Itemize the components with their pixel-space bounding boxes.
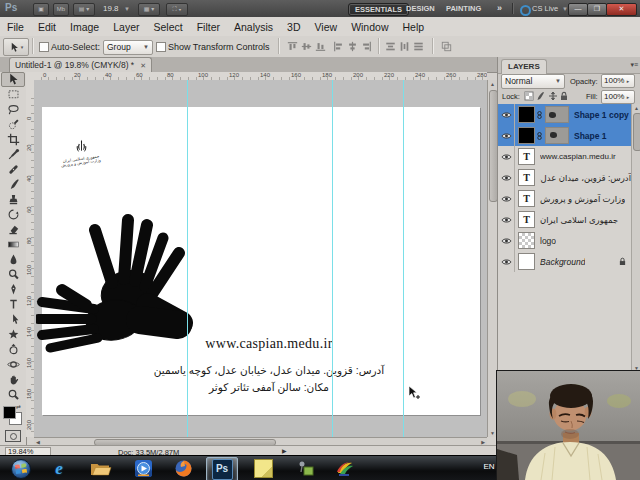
- cs-live-icon[interactable]: [520, 5, 531, 16]
- document-tab[interactable]: Untitled-1 @ 19.8% (CMYK/8) *✕: [9, 57, 152, 73]
- text-layer-thumbnail[interactable]: T: [518, 169, 535, 186]
- visibility-toggle[interactable]: [498, 125, 515, 146]
- auto-select-checkbox[interactable]: [39, 42, 49, 52]
- zoom-level-value[interactable]: 19.8: [103, 4, 119, 13]
- layer-row-republic-text[interactable]: T جمهوری اسلامی ایران: [498, 209, 631, 231]
- status-flyout-icon[interactable]: ▶: [282, 447, 287, 454]
- auto-select-dropdown[interactable]: Group▼: [103, 40, 153, 55]
- taskbar-media-player[interactable]: [128, 457, 158, 480]
- distribute-top-edges-icon[interactable]: [384, 40, 397, 53]
- vector-mask-thumbnail[interactable]: [545, 127, 569, 144]
- cs-live-label[interactable]: CS Live: [532, 3, 558, 14]
- tool-blur[interactable]: [1, 252, 25, 267]
- layer-name[interactable]: logo: [540, 236, 556, 246]
- tool-hand[interactable]: [1, 372, 25, 387]
- taskbar-internet-explorer[interactable]: e: [44, 457, 74, 480]
- layer-thumbnail[interactable]: [518, 106, 535, 123]
- menu-select[interactable]: Select: [146, 21, 189, 33]
- taskbar-babylon[interactable]: [330, 457, 360, 480]
- visibility-toggle[interactable]: [498, 167, 515, 188]
- layer-thumbnail[interactable]: [518, 253, 535, 270]
- visibility-toggle[interactable]: [498, 188, 515, 209]
- layer-row-shape1copy[interactable]: Shape 1 copy: [498, 104, 631, 126]
- taskbar-firefox[interactable]: [168, 457, 198, 480]
- quick-mask-icon[interactable]: [5, 430, 21, 442]
- visibility-toggle[interactable]: [498, 146, 515, 167]
- fill-value[interactable]: 100% ▸: [601, 90, 635, 104]
- layer-row-background[interactable]: Background: [498, 251, 631, 273]
- layer-thumbnail[interactable]: [518, 232, 535, 249]
- menu-image[interactable]: Image: [63, 21, 106, 33]
- layer-row-ministry-text[interactable]: T وزارت آموزش و پرورش: [498, 188, 631, 210]
- auto-align-layers-icon[interactable]: [440, 40, 453, 53]
- visibility-toggle[interactable]: [498, 251, 515, 272]
- layer-name[interactable]: Shape 1: [574, 131, 607, 141]
- scroll-down-icon[interactable]: ▼: [490, 429, 495, 437]
- tool-custom-shape[interactable]: [1, 327, 25, 342]
- tool-pen[interactable]: [1, 282, 25, 297]
- tool-brush[interactable]: [1, 177, 25, 192]
- layer-row-address-text[interactable]: T آدرس: قزوین، میدان عدل، خ...: [498, 167, 631, 189]
- tool-quick-selection[interactable]: [1, 117, 25, 132]
- menu-view[interactable]: View: [308, 21, 345, 33]
- taskbar-screen-capture[interactable]: [290, 457, 320, 480]
- launch-bridge-icon[interactable]: ▣: [33, 3, 49, 16]
- align-vertical-centers-icon[interactable]: [300, 40, 313, 53]
- text-layer-thumbnail[interactable]: T: [518, 190, 535, 207]
- layer-row-url-text[interactable]: T www.caspian.medu.ir: [498, 146, 631, 168]
- align-right-edges-icon[interactable]: [360, 40, 373, 53]
- tool-eyedropper[interactable]: [1, 147, 25, 162]
- zoom-level-caret-icon[interactable]: ▼: [124, 6, 130, 12]
- tool-move[interactable]: [1, 72, 25, 87]
- vector-mask-thumbnail[interactable]: [545, 106, 569, 123]
- text-layer-thumbnail[interactable]: T: [518, 211, 535, 228]
- layer-row-logo[interactable]: logo: [498, 230, 631, 252]
- view-extras-icon[interactable]: ▤ ▾: [73, 3, 95, 16]
- layers-panel-scrollbar[interactable]: ▲ ▼: [631, 104, 640, 372]
- layer-name[interactable]: Background: [540, 257, 585, 267]
- distribute-bottom-edges-icon[interactable]: [412, 40, 425, 53]
- lock-icons[interactable]: [524, 91, 568, 101]
- tool-gradient[interactable]: [1, 237, 25, 252]
- menu-3d[interactable]: 3D: [280, 21, 307, 33]
- align-horizontal-centers-icon[interactable]: [346, 40, 359, 53]
- tool-rectangular-marquee[interactable]: [1, 87, 25, 102]
- tool-crop[interactable]: [1, 132, 25, 147]
- menu-layer[interactable]: Layer: [106, 21, 146, 33]
- panel-scroll-thumb[interactable]: [633, 113, 640, 151]
- canvas-area[interactable]: جمهوری اسلامی ایران وزارت آموزش و پرورش: [34, 80, 487, 437]
- align-left-edges-icon[interactable]: [332, 40, 345, 53]
- menu-help[interactable]: Help: [395, 21, 431, 33]
- show-transform-checkbox[interactable]: [156, 42, 166, 52]
- restore-button[interactable]: ❐: [587, 3, 607, 16]
- close-button[interactable]: ✕: [606, 3, 637, 16]
- tool-spot-healing-brush[interactable]: [1, 162, 25, 177]
- arrange-documents-icon[interactable]: ▦ ▾: [138, 3, 160, 16]
- tool-history-brush[interactable]: [1, 207, 25, 222]
- tool-dodge[interactable]: [1, 267, 25, 282]
- distribute-vertical-centers-icon[interactable]: [398, 40, 411, 53]
- layers-tab[interactable]: LAYERS: [501, 59, 547, 74]
- workspace-essentials[interactable]: ESSENTIALS: [348, 3, 409, 16]
- language-indicator[interactable]: EN: [481, 460, 497, 474]
- tool-3d-orbit[interactable]: [1, 357, 25, 372]
- menu-edit[interactable]: Edit: [31, 21, 63, 33]
- tool-clone-stamp[interactable]: [1, 192, 25, 207]
- screen-mode-icon[interactable]: ⛶ ▾: [166, 3, 188, 16]
- layer-thumbnail[interactable]: [518, 127, 535, 144]
- tool-type[interactable]: [1, 297, 25, 312]
- workspace-painting[interactable]: PAINTING: [446, 3, 481, 14]
- panel-menu-icon[interactable]: ▾≡: [630, 61, 638, 69]
- tool-3d-rotate[interactable]: [1, 342, 25, 357]
- text-layer-thumbnail[interactable]: T: [518, 148, 535, 165]
- start-button[interactable]: [6, 457, 36, 480]
- tab-close-icon[interactable]: ✕: [140, 62, 146, 69]
- menu-analysis[interactable]: Analysis: [227, 21, 280, 33]
- swap-colors-icon[interactable]: ⇄: [16, 403, 21, 410]
- menu-filter[interactable]: Filter: [190, 21, 227, 33]
- layer-name[interactable]: جمهوری اسلامی ایران: [540, 215, 618, 225]
- taskbar-sticky-notes[interactable]: [248, 457, 278, 480]
- visibility-toggle[interactable]: [498, 104, 515, 125]
- align-top-edges-icon[interactable]: [286, 40, 299, 53]
- layer-name[interactable]: وزارت آموزش و پرورش: [540, 194, 625, 204]
